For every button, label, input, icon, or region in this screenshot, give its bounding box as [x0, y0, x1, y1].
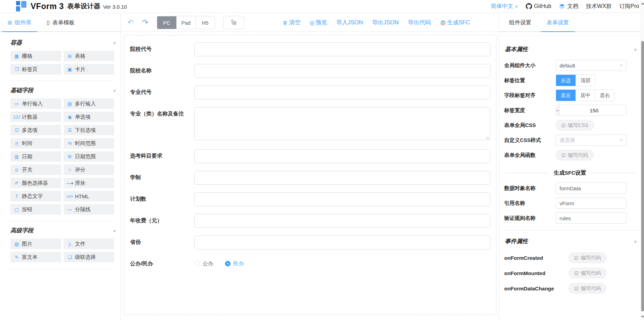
language-selector[interactable]: 简体中文 ∨: [491, 3, 518, 10]
redo-icon[interactable]: ↷: [140, 18, 150, 27]
docs-link[interactable]: 文档: [559, 3, 578, 10]
chevron-down-icon[interactable]: ∨: [634, 239, 637, 243]
text-input[interactable]: [194, 192, 490, 206]
grid-icon: ▦: [13, 54, 20, 59]
form-field-row[interactable]: 院校名称: [130, 64, 490, 78]
tab-form-settings[interactable]: 表单设置: [539, 14, 577, 31]
form-field-row[interactable]: 选考科目要求: [130, 149, 490, 163]
component-item[interactable]: ❏ 级联选择: [64, 252, 114, 262]
custom-css-select[interactable]: 请选择 ∨: [556, 135, 627, 146]
component-item[interactable]: ⊞ 表格: [64, 51, 114, 61]
stepper-decrease-button[interactable]: −: [556, 105, 560, 115]
component-item[interactable]: —● 滑块: [64, 178, 114, 188]
align-right-button[interactable]: 居右: [595, 90, 614, 101]
component-item[interactable]: ✐ 颜色选择器: [10, 178, 61, 188]
form-field-row[interactable]: 省份: [130, 235, 490, 249]
form-field-row[interactable]: 计划数: [130, 192, 490, 206]
text-input[interactable]: [194, 149, 490, 163]
undo-icon[interactable]: ↶: [126, 18, 135, 27]
device-pad-button[interactable]: Pad: [176, 16, 195, 29]
data-object-name-input[interactable]: [556, 183, 627, 194]
edit-global-fn-button[interactable]: 编写代码: [556, 150, 594, 160]
edit-event-code-button[interactable]: 编写代码: [569, 283, 606, 294]
component-item[interactable]: ⟲ 时间范围: [64, 138, 114, 149]
rules-name-input[interactable]: [556, 213, 627, 224]
ref-name-input[interactable]: [556, 198, 627, 209]
scroll-up-arrow-icon[interactable]: [641, 2, 644, 5]
component-item[interactable]: ▦ 栅格: [10, 51, 61, 61]
component-item[interactable]: ⊙ 开关: [10, 165, 61, 175]
textarea-input[interactable]: [194, 107, 490, 140]
form-field-row[interactable]: 公办/民办 公办 民办: [130, 257, 490, 267]
form-field-row[interactable]: 专业（类）名称及备注: [130, 107, 490, 142]
label-position-top-button[interactable]: 顶部: [575, 75, 595, 86]
clear-button[interactable]: 清空: [282, 19, 300, 26]
import-json-button[interactable]: 导入JSON: [336, 19, 363, 26]
tab-form-templates[interactable]: ▯ 表单模板: [39, 14, 82, 31]
component-item[interactable]: ▭ 单行输入: [10, 98, 61, 109]
component-item[interactable]: ▥ 日期: [10, 151, 61, 162]
align-center-button[interactable]: 居中: [575, 90, 595, 101]
radio-circle-icon[interactable]: [194, 261, 200, 266]
widget-size-select[interactable]: default ∨: [556, 60, 627, 71]
form-field-row[interactable]: 院校代号: [130, 42, 490, 56]
radio-option-public[interactable]: 公办: [194, 261, 213, 267]
radio-option-private[interactable]: 民办: [225, 261, 244, 267]
component-item[interactable]: T 静态文字: [10, 191, 61, 201]
chevron-down-icon[interactable]: ∨: [113, 41, 116, 45]
text-input[interactable]: [194, 42, 490, 56]
text-input[interactable]: [194, 214, 490, 228]
chevron-down-icon[interactable]: ∨: [113, 88, 116, 93]
tab-widget-settings[interactable]: 组件设置: [501, 14, 539, 31]
form-field-row[interactable]: 专业代号: [130, 86, 490, 99]
component-item[interactable]: — 分隔线: [64, 204, 114, 215]
text-input[interactable]: [194, 64, 490, 78]
wechat-group-link[interactable]: 技术WX群: [586, 3, 612, 10]
align-left-button[interactable]: 居左: [556, 90, 575, 101]
scroll-down-arrow-icon[interactable]: [641, 316, 644, 318]
rich-text-icon: ✎: [13, 255, 20, 260]
chevron-down-icon[interactable]: ∨: [113, 229, 116, 233]
github-link[interactable]: GitHub: [526, 3, 552, 9]
component-item[interactable]: 123 计数器: [10, 112, 61, 122]
device-pc-button[interactable]: PC: [157, 16, 176, 29]
text-input[interactable]: [194, 235, 490, 249]
generate-sfc-button[interactable]: 生成SFC: [440, 19, 470, 26]
text-input[interactable]: [194, 171, 490, 185]
edit-event-code-button[interactable]: 编写代码: [569, 253, 606, 263]
export-json-button[interactable]: 导出JSON: [372, 19, 399, 26]
component-item[interactable]: ▨ 图片: [10, 239, 61, 249]
subscribe-pro-link[interactable]: 订阅Pro: [619, 3, 639, 10]
component-item[interactable]: ☆ 评分: [64, 165, 114, 175]
component-item[interactable]: ☑ 多选项: [10, 125, 61, 135]
component-item[interactable]: ▣ 卡片: [64, 64, 114, 74]
form-field-row[interactable]: 年收费（元）: [130, 214, 490, 228]
radio-circle-icon[interactable]: [225, 261, 231, 266]
component-item[interactable]: ☰ 下拉选项: [64, 125, 114, 135]
component-item[interactable]: ▯ 文件: [64, 239, 114, 249]
chevron-down-icon[interactable]: ∨: [634, 47, 637, 51]
node-tree-button[interactable]: [223, 16, 244, 29]
preview-button[interactable]: ◎ 预览: [309, 19, 327, 26]
component-item[interactable]: ◷ 时间: [10, 138, 61, 149]
component-item[interactable]: ❐ 标签页: [10, 64, 61, 74]
page-scrollbar[interactable]: [641, 0, 644, 320]
component-item[interactable]: ⧉ 日期范围: [64, 151, 114, 162]
component-item[interactable]: ✎ 富文本: [10, 252, 61, 262]
form-field-row[interactable]: 学制: [130, 171, 490, 185]
form-widget-container[interactable]: 院校代号 院校名称 专业代号 专业（类）名称及备注: [124, 35, 497, 315]
component-item[interactable]: ◉ 单选项: [64, 112, 114, 122]
edit-css-button[interactable]: 编写CSS: [556, 120, 594, 130]
component-item[interactable]: ▢ 按钮: [10, 204, 61, 215]
component-item[interactable]: ▤ 多行输入: [64, 98, 114, 109]
edit-event-code-button[interactable]: 编写代码: [569, 268, 606, 278]
device-h5-button[interactable]: H5: [195, 16, 215, 29]
tab-widget-library[interactable]: ⊞ 组件库: [0, 14, 39, 31]
component-item[interactable]: </> HTML: [64, 191, 114, 201]
label-position-left-button[interactable]: 左边: [556, 75, 575, 86]
resize-grip[interactable]: [486, 137, 489, 140]
label-width-input[interactable]: [560, 105, 627, 115]
export-code-button[interactable]: 导出代码: [408, 19, 431, 26]
text-input[interactable]: [194, 86, 490, 99]
scrollbar-thumb[interactable]: [641, 41, 644, 311]
